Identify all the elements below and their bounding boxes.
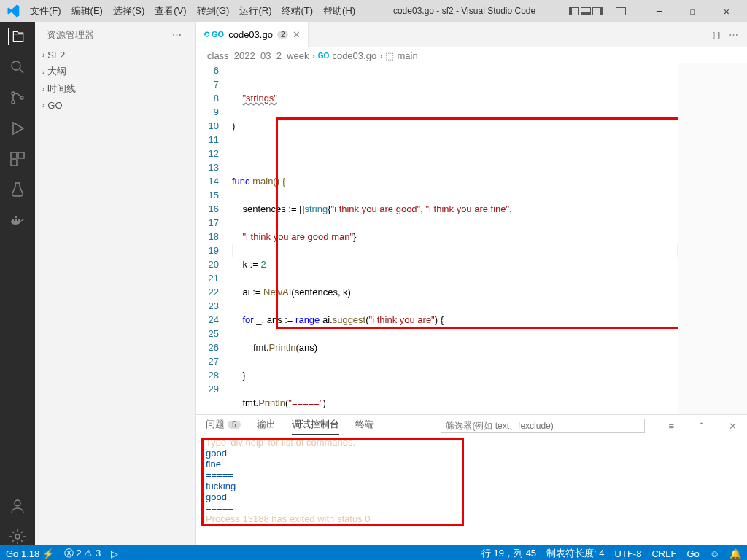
layout-controls[interactable] xyxy=(569,7,603,15)
tab-modified-badge: 2 xyxy=(277,31,289,39)
panel-tab-debug[interactable]: 调试控制台 xyxy=(292,418,339,435)
testing-icon[interactable] xyxy=(9,181,26,198)
svg-rect-9 xyxy=(18,219,20,221)
activity-bar xyxy=(0,22,35,545)
status-bell-icon[interactable]: 🔔 xyxy=(729,548,741,559)
status-language[interactable]: Go xyxy=(686,548,699,559)
svg-rect-4 xyxy=(11,152,17,158)
minimize-button[interactable]: ─ xyxy=(645,3,674,20)
close-button[interactable]: ✕ xyxy=(712,3,741,20)
sidebar-item-outline[interactable]: ›大纲 xyxy=(35,63,195,80)
sidebar-item-go[interactable]: ›GO xyxy=(35,98,195,113)
panel-filter-icon[interactable]: ≡ xyxy=(668,421,674,432)
docker-icon[interactable] xyxy=(9,211,26,229)
svg-rect-6 xyxy=(11,160,17,166)
status-go-version[interactable]: Go 1.18 ⚡ xyxy=(6,548,54,559)
breadcrumb[interactable]: class_2022_03_2_week› GOcode03.go› ⬚main xyxy=(196,47,747,63)
status-feedback-icon[interactable]: ☺ xyxy=(710,548,719,559)
settings-icon[interactable] xyxy=(9,528,26,545)
menu-edit[interactable]: 编辑(E) xyxy=(67,1,107,20)
menu-select[interactable]: 选择(S) xyxy=(109,1,149,20)
menu-bar: 文件(F) 编辑(E) 选择(S) 查看(V) 转到(G) 运行(R) 终端(T… xyxy=(26,1,360,20)
search-icon[interactable] xyxy=(9,58,26,76)
svg-point-11 xyxy=(15,500,20,506)
svg-rect-5 xyxy=(18,152,24,158)
sidebar-title: 资源管理器 xyxy=(47,28,94,42)
bottom-panel: 问题5 输出 调试控制台 终端 ≡ ⌃ ✕ Type 'dlv help' fo… xyxy=(196,414,747,545)
svg-point-0 xyxy=(12,61,20,70)
status-cursor[interactable]: 行 19，列 45 xyxy=(481,547,536,560)
window-title: code03.go - sf2 - Visual Studio Code xyxy=(360,6,569,16)
menu-terminal[interactable]: 终端(T) xyxy=(277,1,317,20)
go-file-icon: ⟲ GO xyxy=(203,30,224,39)
status-eol[interactable]: CRLF xyxy=(651,548,676,559)
menu-run[interactable]: 运行(R) xyxy=(235,1,276,20)
debug-console[interactable]: Type 'dlv help' for list of commands. go… xyxy=(196,437,747,545)
account-icon[interactable] xyxy=(9,497,26,515)
svg-rect-8 xyxy=(15,219,17,221)
code-editor[interactable]: 6789101112131415161718192021222324252627… xyxy=(196,63,678,414)
layout-customize-icon[interactable] xyxy=(616,7,626,15)
tab-code03[interactable]: ⟲ GO code03.go 2 ✕ xyxy=(196,22,309,47)
menu-file[interactable]: 文件(F) xyxy=(26,1,66,20)
status-encoding[interactable]: UTF-8 xyxy=(615,548,642,559)
panel-tab-problems[interactable]: 问题5 xyxy=(206,418,241,434)
panel-tab-terminal[interactable]: 终端 xyxy=(355,418,374,434)
split-editor-icon[interactable]: ⫿⫿ xyxy=(711,29,721,40)
menu-help[interactable]: 帮助(H) xyxy=(319,1,360,20)
svg-point-2 xyxy=(12,101,15,104)
vscode-logo-icon xyxy=(0,4,26,18)
svg-point-12 xyxy=(15,534,20,539)
go-file-icon: GO xyxy=(318,52,330,60)
svg-rect-7 xyxy=(12,219,14,221)
panel-tab-output[interactable]: 输出 xyxy=(257,418,276,434)
editor-tabs: ⟲ GO code03.go 2 ✕ ⫿⫿ ⋯ xyxy=(196,22,747,47)
tab-label: code03.go xyxy=(228,29,273,40)
panel-maximize-icon[interactable]: ⌃ xyxy=(697,421,705,432)
status-problems[interactable]: ⓧ 2 ⚠ 3 xyxy=(64,547,101,560)
menu-view[interactable]: 查看(V) xyxy=(150,1,190,20)
tab-close-icon[interactable]: ✕ xyxy=(293,29,301,40)
explorer-icon[interactable] xyxy=(8,28,26,45)
maximize-button[interactable]: ☐ xyxy=(678,3,708,20)
editor-more-icon[interactable]: ⋯ xyxy=(729,29,738,40)
svg-rect-10 xyxy=(15,216,17,218)
titlebar: 文件(F) 编辑(E) 选择(S) 查看(V) 转到(G) 运行(R) 终端(T… xyxy=(0,0,747,22)
sidebar: 资源管理器 ⋯ ›SF2 ›大纲 ›时间线 ›GO xyxy=(35,22,196,545)
sidebar-more-icon[interactable]: ⋯ xyxy=(172,29,183,40)
status-debug-icon[interactable]: ▷ xyxy=(111,548,118,559)
run-debug-icon[interactable] xyxy=(9,120,26,137)
sidebar-item-sf2[interactable]: ›SF2 xyxy=(35,47,195,63)
symbol-icon: ⬚ xyxy=(385,50,394,61)
extensions-icon[interactable] xyxy=(9,150,26,168)
panel-filter-input[interactable] xyxy=(441,419,645,433)
sidebar-header: 资源管理器 ⋯ xyxy=(35,22,195,47)
menu-goto[interactable]: 转到(G) xyxy=(193,1,234,20)
line-gutter: 6789101112131415161718192021222324252627… xyxy=(196,63,232,414)
panel-close-icon[interactable]: ✕ xyxy=(729,421,737,432)
source-control-icon[interactable] xyxy=(9,89,26,106)
svg-point-1 xyxy=(12,92,15,95)
status-bar: Go 1.18 ⚡ ⓧ 2 ⚠ 3 ▷ 行 19，列 45 制表符长度: 4 U… xyxy=(0,545,747,560)
main-area: ⟲ GO code03.go 2 ✕ ⫿⫿ ⋯ class_2022_03_2_… xyxy=(196,22,747,545)
status-indent[interactable]: 制表符长度: 4 xyxy=(546,547,604,560)
sidebar-item-timeline[interactable]: ›时间线 xyxy=(35,80,195,98)
minimap[interactable] xyxy=(678,63,747,414)
code-content[interactable]: "strings" ) func main() { sentences := [… xyxy=(232,63,678,414)
